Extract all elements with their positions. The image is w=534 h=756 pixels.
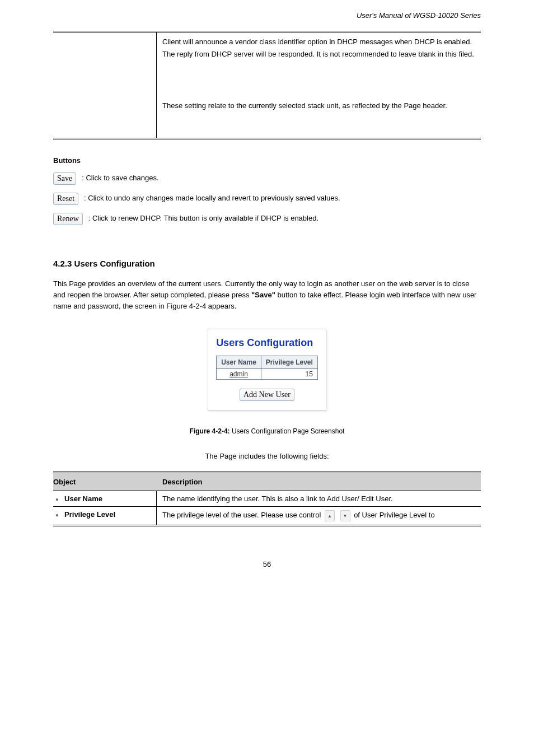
top-overflow-right: Client will announce a vendor class iden… (157, 32, 481, 138)
param-desc-privilege-b: of User Privilege Level to (354, 511, 435, 519)
fig-number: Figure 4-2-4: (190, 427, 230, 435)
manual-title: User's Manual of WGSD-10020 Series (53, 11, 481, 20)
section-number: 4.2.3 (53, 259, 72, 268)
top-overflow-left (53, 32, 157, 138)
top-overflow-row: Client will announce a vendor class iden… (53, 32, 481, 138)
cell-privilege: 15 (261, 369, 317, 380)
spinner-up-icon[interactable]: ▲ (325, 510, 335, 521)
renew-button[interactable]: Renew (53, 213, 83, 225)
caret-down-icon: ▼ (341, 511, 350, 521)
cell-username[interactable]: admin (217, 369, 261, 380)
add-new-user-button[interactable]: Add New User (240, 389, 294, 401)
renew-desc: : Click to renew DHCP. This button is on… (88, 213, 481, 224)
bullet-icon: ● (55, 512, 59, 518)
params-hr-bottom (53, 525, 481, 526)
caret-up-icon: ▲ (325, 511, 334, 521)
figure-caption: Figure 4-2-4: Users Configuration Page S… (53, 427, 481, 435)
col-username: User Name (217, 356, 261, 369)
params-header-row: Object Description (53, 473, 481, 491)
hr-mid (53, 138, 481, 139)
section-paragraph: This Page provides an overview of the cu… (53, 278, 481, 312)
users-config-title: Users Configuration (216, 337, 318, 349)
users-config-screenshot: Users Configuration User Name Privilege … (53, 329, 481, 410)
users-table: User Name Privilege Level admin 15 (216, 356, 318, 380)
page-number: 56 (53, 560, 481, 568)
users-table-row: admin 15 (217, 369, 318, 380)
fig-desc: Users Configuration Page Screenshot (232, 427, 344, 435)
param-row-privilege: ● Privilege Level The privilege level of… (53, 507, 481, 525)
save-desc: : Click to save changes. (82, 172, 481, 184)
page-includes-caption: The Page includes the following fields: (53, 452, 481, 460)
params-head-desc: Description (157, 473, 481, 491)
param-name-username: User Name (64, 494, 102, 503)
reset-desc: : Click to undo any changes made locally… (84, 193, 481, 204)
bullet-icon: ● (55, 496, 59, 502)
save-button[interactable]: Save (53, 172, 76, 185)
overflow-p1: Client will announce a vendor class iden… (162, 36, 481, 60)
reset-button[interactable]: Reset (53, 193, 78, 205)
para1-save-bold: "Save" (251, 291, 275, 299)
section-heading: 4.2.3 Users Configuration (53, 259, 481, 268)
param-desc-privilege-a: The privilege level of the user. Please … (162, 511, 323, 519)
param-name-privilege: Privilege Level (64, 510, 115, 519)
users-table-header: User Name Privilege Level (217, 356, 318, 369)
param-row-username: ● User Name The name identifying the use… (53, 491, 481, 506)
col-privilege: Privilege Level (261, 356, 317, 369)
spinner-down-icon[interactable]: ▼ (340, 510, 350, 521)
overflow-p2: These setting relate to the currently se… (162, 100, 481, 112)
param-desc-username: The name identifying the user. This is a… (157, 491, 481, 506)
params-head-object: Object (53, 473, 157, 491)
section-title: Users Configuration (74, 259, 155, 268)
buttons-heading: Buttons (53, 156, 481, 165)
